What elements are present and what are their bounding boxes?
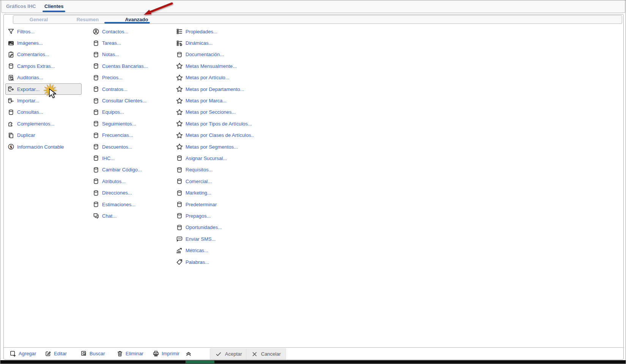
menu-item-equipos[interactable]: Equipos... bbox=[93, 107, 148, 118]
menu-item-chat[interactable]: Chat... bbox=[93, 210, 148, 221]
menu-item-contratos[interactable]: Contratos... bbox=[93, 83, 148, 95]
menu-item-documentacion[interactable]: Documentación... bbox=[176, 49, 254, 60]
menu-item-oportunidades[interactable]: Oportunidades... bbox=[176, 222, 254, 233]
application-window: Gráficos IHC Clientes General Resumen Av… bbox=[0, 0, 626, 364]
database-icon bbox=[8, 63, 14, 69]
add-button[interactable]: Agregar bbox=[9, 348, 36, 358]
menu-item-contactos[interactable]: Contactos... bbox=[93, 26, 148, 37]
menu-item-atributos[interactable]: Atributos... bbox=[93, 176, 148, 187]
menu-item-label: Atributos... bbox=[102, 179, 126, 184]
chat-bubbles-icon bbox=[93, 212, 99, 219]
accept-button-label: Aceptar bbox=[225, 351, 242, 357]
edit-pencil-icon bbox=[45, 350, 52, 357]
tab-graficos-ihc[interactable]: Gráficos IHC bbox=[6, 3, 36, 9]
menu-item-ihc[interactable]: IHC... bbox=[93, 152, 148, 164]
bottom-toolbar: Agregar Editar Buscar Eliminar Imprimir … bbox=[4, 347, 623, 359]
top-tab-strip: Gráficos IHC Clientes bbox=[1, 0, 625, 13]
menu-item-dinamicas[interactable]: Dinámicas... bbox=[176, 37, 254, 49]
menu-item-filtros[interactable]: Filtros... bbox=[8, 26, 82, 37]
menu-item-auditorias[interactable]: Auditorias... bbox=[8, 72, 82, 83]
menu-item-comentarios[interactable]: Comentarios... bbox=[8, 49, 82, 60]
edit-button-label: Editar bbox=[54, 351, 67, 356]
menu-item-palabras[interactable]: Palabras... bbox=[176, 256, 254, 268]
database-icon bbox=[93, 190, 99, 196]
menu-item-enviar-sms[interactable]: Enviar SMS... bbox=[176, 233, 254, 245]
menu-item-cambiar-codigo[interactable]: Cambiar Código... bbox=[93, 164, 148, 176]
database-icon bbox=[8, 109, 14, 116]
menu-item-precios[interactable]: Precios... bbox=[93, 72, 148, 83]
menu-item-seguimientos[interactable]: Seguimientos... bbox=[93, 118, 148, 129]
database-export-icon bbox=[8, 86, 14, 93]
menu-item-comercial[interactable]: Comercial... bbox=[176, 176, 254, 187]
menu-item-label: Auditorias... bbox=[17, 75, 43, 80]
star-icon bbox=[176, 109, 183, 116]
tab-clientes[interactable]: Clientes bbox=[44, 3, 64, 9]
active-tab-underline bbox=[42, 11, 65, 12]
menu-item-label: Oportunidades... bbox=[186, 224, 222, 230]
filter-icon bbox=[8, 28, 14, 35]
sms-bubble-icon bbox=[176, 235, 183, 242]
menu-item-frecuencias[interactable]: Frecuencias... bbox=[93, 130, 148, 141]
menu-item-estimaciones[interactable]: Estimaciones... bbox=[93, 199, 148, 210]
tab-resumen[interactable]: Resumen bbox=[65, 17, 110, 22]
accept-button[interactable]: Aceptar bbox=[210, 348, 247, 359]
menu-item-metas-por-clases-de-articulos[interactable]: Metas por Clases de Artículos.. bbox=[176, 130, 254, 141]
print-button-label: Imprimir bbox=[162, 351, 179, 356]
menu-item-cuentas-bancarias[interactable]: Cuentas Bancarias... bbox=[93, 60, 148, 72]
database-icon bbox=[93, 40, 99, 47]
menu-item-exportar[interactable]: Exportar... bbox=[5, 83, 82, 95]
menu-item-label: IHC... bbox=[102, 155, 115, 161]
menu-item-metas-mensualmente[interactable]: Metas Mensualmente... bbox=[176, 60, 254, 72]
search-icon bbox=[80, 350, 87, 357]
menu-item-descuentos[interactable]: Descuentos... bbox=[93, 141, 148, 152]
menu-item-label: Complementos... bbox=[17, 121, 54, 127]
menu-item-metas-por-articulo[interactable]: Metas por Artículo... bbox=[176, 72, 254, 83]
menu-item-consultar-clientes[interactable]: Consultar Clientes... bbox=[93, 95, 148, 106]
database-icon bbox=[93, 155, 99, 162]
delete-button[interactable]: Eliminar bbox=[116, 348, 143, 358]
menu-item-complementos[interactable]: Complementos... bbox=[8, 118, 82, 129]
menu-item-label: Metas por Secciones... bbox=[186, 109, 236, 115]
tab-avanzado[interactable]: Avanzado bbox=[114, 17, 159, 22]
menu-item-label: Equipos... bbox=[102, 109, 124, 115]
menu-item-consultas[interactable]: Consultas... bbox=[8, 107, 82, 118]
clipboard-pencil-icon bbox=[8, 51, 14, 58]
menu-item-marketing[interactable]: Marketing... bbox=[176, 187, 254, 198]
menu-item-label: Contratos... bbox=[102, 86, 127, 92]
menu-item-metricas[interactable]: Métricas... bbox=[176, 245, 254, 256]
menu-item-label: Metas Mensualmente... bbox=[186, 63, 237, 69]
edit-button[interactable]: Editar bbox=[45, 348, 67, 358]
tab-general[interactable]: General bbox=[16, 17, 61, 22]
menu-item-direcciones[interactable]: Direcciones... bbox=[93, 187, 148, 198]
menu-item-requisitos[interactable]: Requisitos... bbox=[176, 164, 254, 176]
check-icon bbox=[215, 351, 222, 357]
menu-item-metas-por-segmentos[interactable]: Metas por Segmentos... bbox=[176, 141, 254, 152]
menu-item-campos-extras[interactable]: Campos Extras... bbox=[8, 60, 82, 72]
menu-item-metas-por-tipos-de-articulos[interactable]: Metas por Tipos de Artículos... bbox=[176, 118, 254, 129]
menu-item-label: Campos Extras... bbox=[17, 63, 55, 69]
menu-item-label: Consultar Clientes... bbox=[102, 98, 146, 104]
print-button[interactable]: Imprimir bbox=[153, 348, 179, 358]
database-icon bbox=[176, 166, 183, 173]
search-button[interactable]: Buscar bbox=[80, 348, 105, 358]
menu-item-notas[interactable]: Notas... bbox=[93, 49, 148, 60]
menu-item-tareas[interactable]: Tareas... bbox=[93, 37, 148, 49]
menu-item-prepagos[interactable]: Prepagos... bbox=[176, 210, 254, 221]
menu-item-label: Comentarios... bbox=[17, 52, 49, 57]
collapse-toolbar-button[interactable] bbox=[185, 348, 192, 358]
menu-item-metas-por-secciones[interactable]: Metas por Secciones... bbox=[176, 107, 254, 118]
menu-item-label: Información Contable bbox=[17, 144, 64, 150]
menu-item-metas-por-departamento[interactable]: Metas por Departamento... bbox=[176, 83, 254, 95]
menu-item-duplicar[interactable]: Duplicar bbox=[8, 130, 82, 141]
menu-item-label: Métricas... bbox=[186, 248, 208, 253]
menu-item-importar[interactable]: Importar... bbox=[8, 95, 82, 106]
menu-item-asignar-sucursal[interactable]: Asignar Sucursal... bbox=[176, 152, 254, 164]
menu-item-predeterminar[interactable]: Predeterminar bbox=[176, 199, 254, 210]
menu-item-label: Metas por Tipos de Artículos... bbox=[186, 121, 252, 127]
menu-item-imagenes[interactable]: Imágenes... bbox=[8, 37, 82, 49]
cancel-button[interactable]: Cancelar bbox=[246, 348, 286, 359]
menu-item-metas-por-marca[interactable]: Metas por Marca... bbox=[176, 95, 254, 106]
menu-item-informacion-contable[interactable]: Información Contable bbox=[8, 141, 82, 152]
menu-item-propiedades[interactable]: Propiedades... bbox=[176, 26, 254, 37]
menu-item-label: Metas por Artículo... bbox=[186, 75, 230, 80]
